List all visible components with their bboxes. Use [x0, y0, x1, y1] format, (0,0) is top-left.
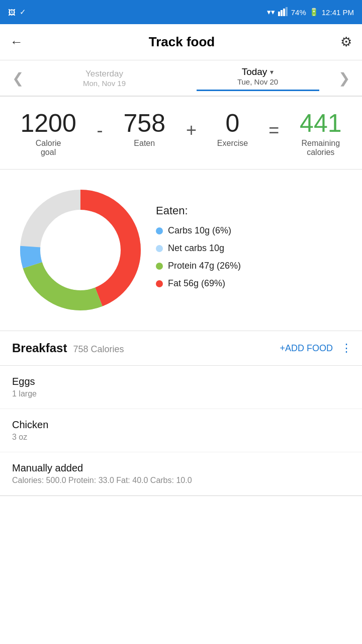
- equals-operator: =: [268, 116, 279, 141]
- minus-operator: -: [97, 116, 103, 141]
- donut-chart: [15, 185, 146, 315]
- dropdown-arrow-icon: ▾: [270, 68, 274, 76]
- nutrition-chart-section: Eaten: Carbs 10g (6%)Net carbs 10gProtei…: [0, 170, 362, 331]
- calories-remaining-label: Remainingcalories: [300, 139, 341, 157]
- today-date-label: Tue, Nov 20: [181, 77, 334, 86]
- calorie-goal-value: 1200: [20, 111, 76, 136]
- settings-button[interactable]: ⚙: [340, 34, 352, 50]
- svg-point-8: [41, 211, 120, 289]
- meal-section: Breakfast 758 Calories +ADD FOOD ⋮ Eggs …: [0, 331, 362, 496]
- signal-icon: [278, 7, 288, 18]
- status-right: ▾▾ 74% 🔋 12:41 PM: [267, 7, 354, 18]
- svg-rect-0: [278, 12, 280, 16]
- calories-eaten-value: 758: [124, 111, 165, 136]
- food-item-chicken[interactable]: Chicken 3 oz: [0, 409, 362, 452]
- svg-rect-3: [286, 7, 288, 16]
- next-day-button[interactable]: ❯: [334, 66, 354, 91]
- legend-item: Fat 56g (69%): [156, 278, 352, 289]
- food-detail-manual: Calories: 500.0 Protein: 33.0 Fat: 40.0 …: [12, 476, 350, 485]
- meal-calories: 758 Calories: [73, 344, 124, 355]
- yesterday-date[interactable]: Yesterday Mon, Nov 19: [28, 69, 181, 88]
- add-food-button[interactable]: +ADD FOOD: [280, 343, 333, 354]
- legend-item-netcarbs: Net carbs 10g: [156, 243, 352, 254]
- status-left: 🖼 ✓: [8, 8, 26, 17]
- calories-remaining-value: 441: [300, 111, 341, 136]
- meal-title-group: Breakfast 758 Calories: [12, 341, 124, 355]
- check-icon: ✓: [20, 8, 26, 17]
- meal-header: Breakfast 758 Calories +ADD FOOD ⋮: [0, 331, 362, 366]
- status-bar: 🖼 ✓ ▾▾ 74% 🔋 12:41 PM: [0, 0, 362, 24]
- food-name-chicken: Chicken: [12, 419, 350, 431]
- wifi-icon: ▾▾: [267, 8, 275, 17]
- calories-exercise-value: 0: [217, 111, 248, 136]
- date-navigation: ❮ Yesterday Mon, Nov 19 Today ▾ Tue, Nov…: [0, 60, 362, 97]
- calories-eaten: 758 Eaten: [124, 111, 165, 148]
- time: 12:41 PM: [322, 8, 354, 17]
- prev-day-button[interactable]: ❮: [8, 66, 28, 91]
- food-name-manual: Manually added: [12, 462, 350, 474]
- today-date[interactable]: Today ▾ Tue, Nov 20: [181, 66, 334, 90]
- app-bar: ← Track food ⚙: [0, 24, 362, 60]
- meal-actions: +ADD FOOD ⋮: [280, 342, 352, 355]
- calories-remaining: 441 Remainingcalories: [300, 111, 341, 157]
- yesterday-date-label: Mon, Nov 19: [28, 79, 181, 88]
- calorie-goal: 1200 Caloriegoal: [20, 111, 76, 157]
- battery-icon: 🔋: [309, 8, 319, 17]
- plus-operator: +: [186, 116, 197, 141]
- more-options-button[interactable]: ⋮: [341, 342, 352, 355]
- calories-exercise: 0 Exercise: [217, 111, 248, 148]
- food-detail-chicken: 3 oz: [12, 433, 350, 442]
- food-detail-eggs: 1 large: [12, 389, 350, 398]
- today-label: Today ▾: [181, 66, 334, 77]
- page-title: Track food: [149, 34, 215, 50]
- svg-rect-2: [283, 9, 285, 16]
- back-button[interactable]: ←: [10, 34, 23, 50]
- legend-item: Carbs 10g (6%): [156, 225, 352, 236]
- battery-text: 74%: [291, 8, 306, 17]
- calories-eaten-label: Eaten: [124, 139, 165, 148]
- food-name-eggs: Eggs: [12, 376, 350, 387]
- gallery-icon: 🖼: [8, 8, 16, 17]
- nutrition-legend: Eaten: Carbs 10g (6%)Net carbs 10gProtei…: [156, 204, 352, 296]
- food-item-eggs[interactable]: Eggs 1 large: [0, 366, 362, 409]
- legend-item: Protein 47g (26%): [156, 261, 352, 271]
- yesterday-label: Yesterday: [28, 69, 181, 79]
- food-item-manual[interactable]: Manually added Calories: 500.0 Protein: …: [0, 452, 362, 496]
- calorie-goal-label: Caloriegoal: [20, 139, 76, 157]
- legend-title: Eaten:: [156, 204, 352, 217]
- meal-name: Breakfast: [12, 341, 67, 355]
- calories-exercise-label: Exercise: [217, 139, 248, 148]
- svg-rect-1: [281, 10, 283, 16]
- calorie-summary: 1200 Caloriegoal - 758 Eaten + 0 Exercis…: [0, 97, 362, 170]
